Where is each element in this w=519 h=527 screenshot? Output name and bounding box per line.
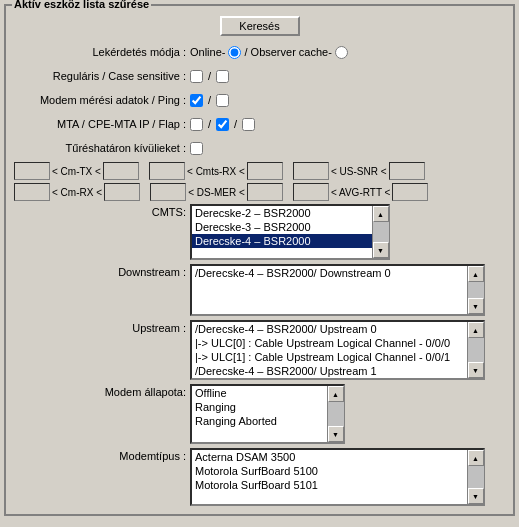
avg-rtt-max-input[interactable] [392, 183, 428, 201]
modem-measure-slash: / [208, 94, 211, 106]
modem-status-label: Modem állapota: [10, 384, 190, 398]
modem-type-scroll-up[interactable]: ▲ [468, 450, 484, 466]
mta-checkbox[interactable] [190, 118, 203, 131]
regular-checkbox[interactable] [190, 70, 203, 83]
modem-type-item-2[interactable]: Motorola SurfBoard 5101 [192, 478, 467, 492]
mta-slash2: / [234, 118, 237, 130]
cmts-rx-max-input[interactable] [247, 162, 283, 180]
cmts-item-0[interactable]: Derecske-2 – BSR2000 [192, 206, 372, 220]
downstream-scroll-down[interactable]: ▼ [468, 298, 484, 314]
downstream-row: Downstream : /Derecske-4 – BSR2000/ Down… [10, 264, 509, 316]
cm-rx-min-input[interactable] [14, 183, 50, 201]
ds-mer-max-input[interactable] [247, 183, 283, 201]
range-row-2: < Cm-RX < < DS-MER < < AVG-RTT < [10, 183, 509, 201]
panel-title: Aktív eszköz lista szűrése [12, 0, 151, 10]
modem-type-row: Modemtípus : Acterna DSAM 3500 Motorola … [10, 448, 509, 506]
modem-status-row: Modem állapota: Offline Ranging Ranging … [10, 384, 509, 444]
main-container: Aktív eszköz lista szűrése Keresés Lekér… [0, 0, 519, 520]
modem-status-item-offline[interactable]: Offline [192, 386, 327, 400]
modem-status-item-ranging-aborted[interactable]: Ranging Aborted [192, 414, 327, 428]
cm-rx-max-input[interactable] [104, 183, 140, 201]
modem-type-scroll-down[interactable]: ▼ [468, 488, 484, 504]
upstream-listbox[interactable]: /Derecske-4 – BSR2000/ Upstream 0 |-> UL… [192, 322, 467, 378]
modem-type-item-1[interactable]: Motorola SurfBoard 5100 [192, 464, 467, 478]
ds-mer-min-input[interactable] [150, 183, 186, 201]
threshold-checkbox[interactable] [190, 142, 203, 155]
modem-measure-checkbox[interactable] [190, 94, 203, 107]
filter-panel: Aktív eszköz lista szűrése Keresés Lekér… [4, 4, 515, 516]
modem-type-label: Modemtípus : [10, 448, 190, 462]
case-sensitive-checkbox[interactable] [216, 70, 229, 83]
upstream-item-2[interactable]: |-> ULC[1] : Cable Upstream Logical Chan… [192, 350, 467, 364]
cmts-scrollbar: ▲ ▼ [372, 206, 388, 258]
online-radio[interactable] [228, 46, 241, 59]
upstream-item-1[interactable]: |-> ULC[0] : Cable Upstream Logical Chan… [192, 336, 467, 350]
downstream-scroll-up[interactable]: ▲ [468, 266, 484, 282]
cm-tx-max-input[interactable] [103, 162, 139, 180]
cmts-item-2[interactable]: Derecske-4 – BSR2000 [192, 234, 372, 248]
downstream-scroll-track [468, 282, 484, 298]
regular-label: Reguláris / Case sensitive : [10, 70, 190, 82]
observer-radio[interactable] [335, 46, 348, 59]
cmts-item-1[interactable]: Derecske-3 – BSR2000 [192, 220, 372, 234]
modem-type-listbox[interactable]: Acterna DSAM 3500 Motorola SurfBoard 510… [192, 450, 467, 504]
modem-status-item-ranging[interactable]: Ranging [192, 400, 327, 414]
upstream-row: Upstream : /Derecske-4 – BSR2000/ Upstre… [10, 320, 509, 380]
us-snr-label: < US-SNR < [331, 166, 387, 177]
modem-measure-label: Modem mérési adatok / Ping : [10, 94, 190, 106]
downstream-label: Downstream : [10, 264, 190, 278]
cmts-scroll-down[interactable]: ▼ [373, 242, 389, 258]
modem-status-listbox-container: Offline Ranging Ranging Aborted ▲ ▼ [190, 384, 345, 444]
upstream-scroll-down[interactable]: ▼ [468, 362, 484, 378]
modem-status-scroll-track [328, 402, 344, 426]
cpe-mta-ip-checkbox[interactable] [216, 118, 229, 131]
cmts-listbox-container: Derecske-2 – BSR2000 Derecske-3 – BSR200… [190, 204, 390, 260]
cmts-row: CMTS: Derecske-2 – BSR2000 Derecske-3 – … [10, 204, 509, 260]
regular-slash: / [208, 70, 211, 82]
query-mode-row: Lekérdetés módja : Online- / Observer ca… [10, 42, 509, 62]
regular-row: Reguláris / Case sensitive : / [10, 66, 509, 86]
cmts-rx-label: < Cmts-RX < [187, 166, 245, 177]
modem-status-scrollbar: ▲ ▼ [327, 386, 343, 442]
flap-checkbox[interactable] [242, 118, 255, 131]
upstream-scroll-track [468, 338, 484, 362]
modem-status-listbox[interactable]: Offline Ranging Ranging Aborted [192, 386, 327, 442]
upstream-scroll-up[interactable]: ▲ [468, 322, 484, 338]
cm-tx-min-input[interactable] [14, 162, 50, 180]
cmts-listbox[interactable]: Derecske-2 – BSR2000 Derecske-3 – BSR200… [192, 206, 372, 258]
threshold-controls [190, 142, 509, 155]
cmts-scroll-track [373, 222, 389, 242]
downstream-scrollbar: ▲ ▼ [467, 266, 483, 314]
modem-status-scroll-up[interactable]: ▲ [328, 386, 344, 402]
us-snr-max-input[interactable] [389, 162, 425, 180]
modem-type-listbox-container: Acterna DSAM 3500 Motorola SurfBoard 510… [190, 448, 485, 506]
downstream-listbox-container: /Derecske-4 – BSR2000/ Downstream 0 ▲ ▼ [190, 264, 485, 316]
modem-status-scroll-down[interactable]: ▼ [328, 426, 344, 442]
cmts-rx-min-input[interactable] [149, 162, 185, 180]
mta-slash1: / [208, 118, 211, 130]
us-snr-min-input[interactable] [293, 162, 329, 180]
upstream-listbox-container: /Derecske-4 – BSR2000/ Upstream 0 |-> UL… [190, 320, 485, 380]
ping-checkbox[interactable] [216, 94, 229, 107]
upstream-item-0[interactable]: /Derecske-4 – BSR2000/ Upstream 0 [192, 322, 467, 336]
mta-label: MTA / CPE-MTA IP / Flap : [10, 118, 190, 130]
avg-rtt-min-input[interactable] [293, 183, 329, 201]
modem-measure-row: Modem mérési adatok / Ping : / [10, 90, 509, 110]
cm-rx-label: < Cm-RX < [52, 187, 102, 198]
observer-label: / Observer cache- [244, 46, 331, 58]
avg-rtt-label: < AVG-RTT < [331, 187, 390, 198]
query-mode-controls: Online- / Observer cache- [190, 46, 509, 59]
online-label: Online- [190, 46, 225, 58]
ds-mer-label: < DS-MER < [188, 187, 245, 198]
cmts-label: CMTS: [10, 204, 190, 218]
upstream-item-3[interactable]: /Derecske-4 – BSR2000/ Upstream 1 [192, 364, 467, 378]
cm-tx-label: < Cm-TX < [52, 166, 101, 177]
downstream-listbox[interactable]: /Derecske-4 – BSR2000/ Downstream 0 [192, 266, 467, 314]
mta-controls: / / [190, 118, 509, 131]
downstream-item-0[interactable]: /Derecske-4 – BSR2000/ Downstream 0 [192, 266, 467, 280]
modem-type-item-0[interactable]: Acterna DSAM 3500 [192, 450, 467, 464]
upstream-scrollbar: ▲ ▼ [467, 322, 483, 378]
search-button[interactable]: Keresés [220, 16, 300, 36]
cmts-scroll-up[interactable]: ▲ [373, 206, 389, 222]
search-row: Keresés [10, 16, 509, 36]
